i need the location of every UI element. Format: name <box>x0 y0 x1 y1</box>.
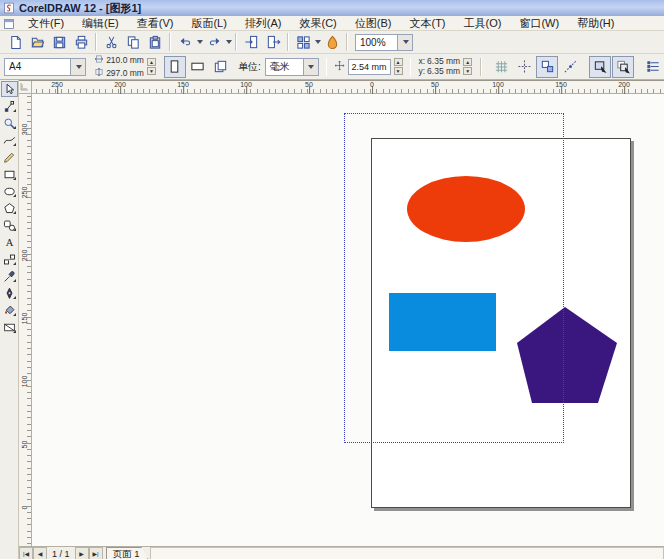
nudge-offset-icon <box>334 60 345 73</box>
units-value: 毫米 <box>270 60 290 74</box>
treat-as-filled-button[interactable] <box>589 56 611 78</box>
interactive-blend-tool[interactable] <box>1 251 18 267</box>
toolbar-separator <box>95 33 97 51</box>
dynamic-guides-button[interactable] <box>559 56 581 78</box>
next-page-button[interactable]: ▶ <box>75 547 89 559</box>
rectangle-tool[interactable] <box>1 166 18 182</box>
redo-dropdown-arrow[interactable] <box>226 40 232 44</box>
menu-item-2[interactable]: 查看(V) <box>128 15 183 32</box>
nudge-offset-value: 2.54 mm <box>352 62 387 72</box>
print-button[interactable] <box>70 31 92 53</box>
paste-button[interactable] <box>144 31 166 53</box>
cut-button[interactable] <box>100 31 122 53</box>
h-ruler-label: 150 <box>177 81 189 88</box>
ellipse-tool[interactable] <box>1 183 18 199</box>
prev-page-button[interactable]: ◀ <box>33 547 47 559</box>
duplicate-x-label: x: <box>418 57 425 66</box>
flyout-indicator <box>13 279 16 282</box>
apply-to-all-pages-button[interactable] <box>210 56 232 78</box>
units-label: 单位: <box>238 60 261 74</box>
page-tab[interactable]: 页面 1 <box>106 547 149 559</box>
export-button[interactable] <box>262 31 284 53</box>
zoom-combo-arrow[interactable] <box>397 35 412 50</box>
v-ruler-label: 100 <box>21 375 28 388</box>
flyout-indicator <box>13 126 16 129</box>
freehand-tool[interactable] <box>1 132 18 148</box>
import-button[interactable] <box>240 31 262 53</box>
menu-item-7[interactable]: 文本(T) <box>400 15 454 32</box>
save-button[interactable] <box>48 31 70 53</box>
polygon-tool[interactable] <box>1 200 18 216</box>
h-ruler-label: 100 <box>492 81 504 88</box>
menu-item-0[interactable]: 文件(F) <box>19 15 73 32</box>
horizontal-ruler[interactable]: 25020015010050050100150200 <box>32 81 664 94</box>
corel-online-button[interactable] <box>321 31 343 53</box>
units-combo[interactable]: 毫米 <box>265 58 319 76</box>
shape-tool[interactable] <box>1 98 18 114</box>
v-ruler-label: 250 <box>21 186 28 199</box>
canvas[interactable] <box>32 94 664 547</box>
menu-item-6[interactable]: 位图(B) <box>346 15 401 32</box>
fill-tool[interactable] <box>1 302 18 318</box>
vertical-ruler[interactable]: 300250200150100500 <box>19 94 32 546</box>
first-page-button[interactable]: |◀ <box>19 547 33 559</box>
menu-item-10[interactable]: 帮助(H) <box>568 15 623 32</box>
text-tool[interactable]: A <box>1 234 18 250</box>
h-ruler-label: 0 <box>370 81 374 88</box>
paper-width-value[interactable]: 210.0 mm <box>106 56 144 65</box>
ruler-origin-corner[interactable] <box>19 81 32 94</box>
drawing-window: 25020015010050050100150200 3002502001501… <box>19 80 664 546</box>
zoom-tool[interactable] <box>1 115 18 131</box>
flyout-indicator <box>13 313 16 316</box>
paper-type-combo[interactable]: A4 <box>4 58 86 76</box>
duplicate-spinners[interactable]: ▲▼ <box>463 58 472 75</box>
flyout-indicator <box>13 296 16 299</box>
eyedropper-tool[interactable] <box>1 268 18 284</box>
flyout-indicator <box>13 177 16 180</box>
interactive-fill-tool[interactable] <box>1 319 18 335</box>
basic-shapes-tool[interactable] <box>1 217 18 233</box>
duplicate-x-value[interactable]: 6.35 mm <box>427 57 460 66</box>
application-launcher-button[interactable] <box>292 31 314 53</box>
new-button[interactable] <box>4 31 26 53</box>
flyout-indicator <box>13 109 16 112</box>
paper-height-icon <box>94 67 104 79</box>
paper-height-value[interactable]: 297.0 mm <box>106 69 144 78</box>
open-button[interactable] <box>26 31 48 53</box>
menu-item-3[interactable]: 版面(L) <box>182 15 235 32</box>
last-page-button[interactable]: ▶| <box>89 547 103 559</box>
options-button[interactable] <box>642 56 664 78</box>
snap-to-grid-button[interactable] <box>490 56 512 78</box>
menu-item-4[interactable]: 排列(A) <box>236 15 291 32</box>
duplicate-y-value[interactable]: 6.35 mm <box>427 67 460 76</box>
menu-item-9[interactable]: 窗口(W) <box>510 15 568 32</box>
v-ruler-label: 0 <box>21 501 28 514</box>
paper-size-spinners[interactable]: ▲▼ <box>147 58 156 75</box>
standard-toolbar: 100% <box>0 31 664 54</box>
svg-text:A: A <box>5 237 13 248</box>
snap-to-objects-button[interactable] <box>536 56 558 78</box>
portrait-button[interactable] <box>164 56 186 78</box>
pick-tool[interactable] <box>1 81 18 97</box>
menu-item-1[interactable]: 编辑(E) <box>73 15 128 32</box>
undo-button[interactable] <box>174 31 196 53</box>
zoom-level-combo[interactable]: 100% <box>355 34 413 51</box>
horizontal-scrollbar[interactable] <box>150 547 664 559</box>
paper-combo-arrow[interactable] <box>70 59 85 75</box>
menu-item-5[interactable]: 效果(C) <box>291 15 346 32</box>
snap-to-guidelines-button[interactable] <box>513 56 535 78</box>
menu-bar: 文件(F)编辑(E)查看(V)版面(L)排列(A)效果(C)位图(B)文本(T)… <box>0 16 664 31</box>
pick-behind-button[interactable] <box>612 56 634 78</box>
document-window-icon[interactable] <box>3 18 15 29</box>
nudge-spinners[interactable]: ▲▼ <box>394 58 403 75</box>
landscape-button[interactable] <box>187 56 209 78</box>
units-combo-arrow[interactable] <box>303 59 318 75</box>
smart-drawing-tool[interactable] <box>1 149 18 165</box>
redo-button[interactable] <box>203 31 225 53</box>
h-ruler-label: 200 <box>618 81 630 88</box>
menu-item-8[interactable]: 工具(O) <box>455 15 511 32</box>
paper-width-icon <box>94 54 104 66</box>
outline-tool[interactable] <box>1 285 18 301</box>
copy-button[interactable] <box>122 31 144 53</box>
nudge-offset-field[interactable]: 2.54 mm <box>348 59 391 75</box>
